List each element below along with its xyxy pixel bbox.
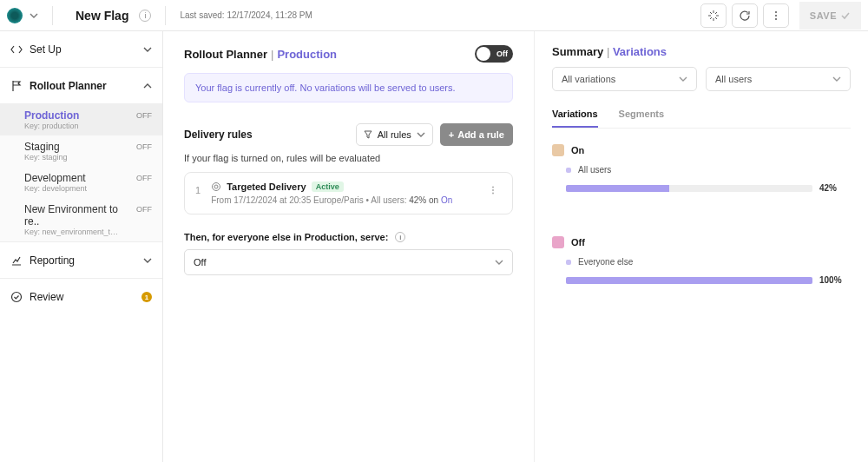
- env-badge: OFF: [136, 111, 152, 120]
- chart-icon: [10, 254, 23, 267]
- breadcrumb-root: Rollout Planner: [184, 48, 267, 61]
- chevron-down-icon: [832, 75, 841, 83]
- chevron-down-icon: [143, 256, 152, 265]
- variation-off-fill: [566, 277, 812, 284]
- default-variation-select[interactable]: Off: [184, 249, 513, 275]
- chevron-down-icon[interactable]: [30, 11, 38, 20]
- env-label: Production: [24, 109, 79, 122]
- tab-segments[interactable]: Segments: [619, 103, 665, 128]
- filter-variations-value: All variations: [562, 74, 615, 84]
- filter-users-select[interactable]: All users: [706, 67, 851, 91]
- divider: [165, 6, 166, 25]
- legend-dot: [566, 168, 571, 173]
- env-new[interactable]: New Environment to re.. Key: new_environ…: [0, 198, 162, 241]
- rule-desc-on: On: [441, 195, 452, 205]
- chevron-up-icon: [143, 82, 152, 90]
- summary-title-hi: Variations: [613, 45, 667, 58]
- save-button-label: SAVE: [810, 10, 837, 21]
- env-key: Key: new_environment_to_re..: [24, 228, 120, 236]
- nav-setup[interactable]: Set Up: [0, 31, 162, 68]
- env-production[interactable]: Production Key: production OFF: [0, 104, 162, 135]
- env-label: New Environment to re..: [24, 203, 120, 228]
- add-rule-button[interactable]: + Add a rule: [440, 123, 513, 146]
- flag-icon: [10, 80, 23, 92]
- summary-title: Summary | Variations: [552, 45, 851, 58]
- variation-off: Off Everyone else 100%: [552, 236, 851, 285]
- rule-name: Targeted Delivery: [227, 182, 306, 192]
- delivery-rules-title: Delivery rules: [184, 129, 253, 141]
- rules-hint: If your flag is turned on, rules will be…: [184, 153, 513, 163]
- info-icon[interactable]: i: [139, 10, 151, 22]
- env-key: Key: staging: [24, 153, 68, 162]
- toggle-label: Off: [496, 50, 508, 58]
- code-icon: [10, 43, 23, 56]
- svg-point-4: [213, 183, 220, 191]
- flag-toggle[interactable]: Off: [475, 45, 513, 63]
- breadcrumb: Rollout Planner | Production: [184, 48, 337, 61]
- legend-dot: [566, 260, 571, 265]
- env-label: Development: [24, 172, 87, 184]
- variation-on-pct: 42%: [819, 183, 851, 193]
- nav-review-label: Review: [30, 291, 63, 303]
- summary-tabs: Variations Segments: [552, 103, 851, 129]
- variation-on-meter: [566, 185, 812, 192]
- rule-more-button[interactable]: [484, 182, 502, 199]
- variation-on-label: On: [571, 145, 584, 155]
- svg-point-2: [775, 18, 777, 20]
- rule-status-badge: Active: [312, 182, 344, 192]
- divider: [52, 6, 53, 25]
- variation-off-segment: Everyone else: [578, 257, 633, 267]
- env-key: Key: production: [24, 122, 79, 130]
- nav-rollout[interactable]: Rollout Planner: [0, 68, 162, 104]
- rule-description: From 17/12/2024 at 20:35 Europe/Paris • …: [211, 195, 474, 205]
- svg-point-8: [492, 193, 494, 195]
- target-icon: [211, 182, 221, 192]
- svg-point-3: [12, 293, 22, 302]
- filter-users-value: All users: [715, 74, 752, 84]
- swatch-off: [552, 236, 564, 248]
- chevron-down-icon: [143, 45, 152, 54]
- check-circle-icon: [10, 291, 23, 303]
- review-count-badge: 1: [141, 292, 152, 302]
- chevron-down-icon: [417, 130, 425, 139]
- summary-title-prefix: Summary: [552, 45, 603, 58]
- breadcrumb-env: Production: [277, 48, 337, 61]
- sidebar: Set Up Rollout Planner Production Key: p…: [0, 31, 163, 462]
- page-title: New Flag: [76, 9, 128, 23]
- filter-variations-select[interactable]: All variations: [552, 67, 697, 91]
- magic-button[interactable]: [700, 3, 727, 28]
- rule-desc-pct: 42% on: [409, 195, 438, 205]
- app-header: New Flag i Last saved: 12/17/2024, 11:28…: [0, 0, 868, 31]
- variation-off-pct: 100%: [819, 275, 851, 285]
- svg-point-1: [775, 15, 777, 16]
- chevron-down-icon: [679, 75, 687, 83]
- environment-list: Production Key: production OFF Staging K…: [0, 104, 162, 242]
- info-icon[interactable]: i: [395, 232, 405, 242]
- chevron-down-icon: [495, 258, 503, 267]
- nav-review[interactable]: Review 1: [0, 279, 162, 315]
- last-saved-label: Last saved: 12/17/2024, 11:28 PM: [180, 10, 312, 20]
- refresh-button[interactable]: [732, 3, 758, 28]
- svg-point-5: [214, 185, 218, 188]
- summary-title-sep: |: [607, 45, 609, 58]
- nav-reporting-label: Reporting: [30, 254, 75, 267]
- main-content: Rollout Planner | Production Off Your fl…: [163, 31, 535, 462]
- env-development[interactable]: Development Key: development OFF: [0, 167, 162, 198]
- then-label: Then, for everyone else in Production, s…: [184, 232, 513, 242]
- toggle-knob: [477, 47, 490, 61]
- rule-number: 1: [195, 182, 201, 195]
- save-button[interactable]: SAVE: [799, 2, 861, 30]
- breadcrumb-sep: |: [271, 48, 273, 61]
- tab-variations[interactable]: Variations: [552, 103, 598, 128]
- filter-rules-button[interactable]: All rules: [356, 123, 433, 146]
- more-button[interactable]: [763, 3, 789, 28]
- env-staging[interactable]: Staging Key: staging OFF: [0, 135, 162, 167]
- nav-reporting[interactable]: Reporting: [0, 242, 162, 279]
- bullet: •: [366, 195, 370, 205]
- variation-off-meter: [566, 277, 812, 284]
- add-rule-label: Add a rule: [457, 129, 504, 140]
- summary-panel: Summary | Variations All variations All …: [535, 31, 868, 462]
- plus-icon: +: [449, 129, 454, 140]
- rule-card[interactable]: 1 Targeted Delivery Active From 17/12/20…: [184, 172, 513, 214]
- svg-point-0: [775, 11, 777, 13]
